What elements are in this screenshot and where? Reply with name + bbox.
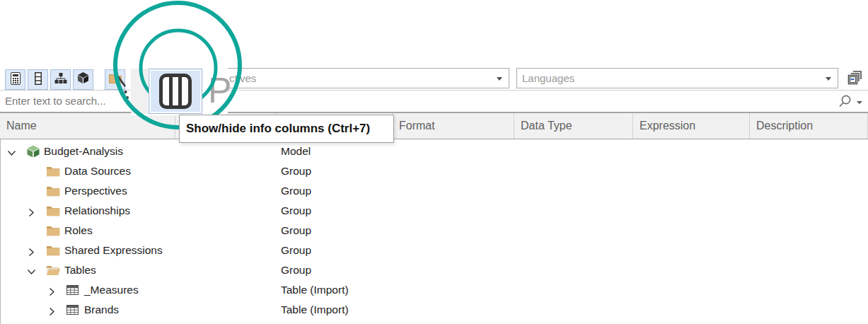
magnified-toolbar-gap — [131, 69, 148, 114]
column-header-label: Name — [6, 120, 37, 132]
caret-down-icon — [497, 77, 502, 81]
object-type-cell: Group — [281, 221, 311, 241]
object-type-cell: Group — [281, 241, 311, 260]
show-hierarchies-button[interactable] — [50, 69, 71, 90]
column-header-description[interactable]: Description — [750, 113, 868, 139]
search-placeholder: Enter text to search... — [5, 91, 106, 111]
column-header-name[interactable]: Name — [0, 113, 175, 139]
magnified-perspectives-letter: P — [208, 73, 231, 108]
chevron-right-icon[interactable] — [27, 207, 35, 215]
object-type-cell: Group — [281, 161, 311, 181]
caret-down-icon[interactable] — [857, 101, 862, 104]
table-icon — [66, 303, 81, 317]
chevron-right-icon[interactable] — [47, 306, 56, 314]
show-all-objects-button[interactable] — [73, 69, 93, 90]
hierarchy-icon — [54, 72, 67, 88]
tree-row-label: Perspectives — [64, 181, 127, 201]
info-columns-tooltip: Show/hide info columns (Ctrl+7) — [179, 115, 394, 143]
languages-dropdown-text: Languages — [522, 69, 574, 88]
table-rows-icon — [32, 72, 45, 88]
column-header-label: Description — [756, 120, 813, 132]
tree-row-partial[interactable] — [1, 320, 868, 324]
column-header-label: Expression — [640, 120, 695, 132]
show-info-columns-button-magnified[interactable] — [149, 69, 202, 114]
tree-row-label: _Measures — [84, 280, 139, 300]
tree-row--measures[interactable]: _MeasuresTable (Import) — [1, 280, 868, 300]
tree-row-brands[interactable]: BrandsTable (Import) — [1, 300, 868, 320]
column-header-format[interactable]: Format — [393, 113, 514, 139]
tree-row-label: Shared Expressions — [64, 241, 163, 260]
calculator-icon — [9, 72, 22, 88]
tree-row-budget-analysis[interactable]: Budget-AnalysisModel — [1, 141, 868, 161]
table-icon — [66, 283, 81, 297]
folder-icon — [46, 204, 61, 218]
column-header-label: Format — [399, 120, 435, 132]
tree-row-data-sources[interactable]: Data SourcesGroup — [1, 161, 868, 181]
object-type-cell: Group — [281, 260, 311, 280]
tree-row-label: Relationships — [64, 201, 130, 221]
magnifier-icon[interactable] — [837, 93, 852, 112]
info-columns-icon — [159, 74, 192, 109]
object-type-cell: Table (Import) — [281, 300, 349, 320]
perspectives-dropdown-text: ctives — [229, 69, 256, 88]
caret-down-icon — [826, 77, 831, 81]
object-type-cell: Table (Import) — [281, 280, 349, 300]
chevron-down-icon[interactable] — [27, 266, 35, 274]
object-type-cell: Model — [281, 141, 311, 161]
folder-icon — [46, 224, 61, 238]
pencil-edit-icon-fragment — [112, 70, 131, 104]
column-header-expression[interactable]: Expression — [633, 113, 750, 139]
folder-icon — [46, 164, 61, 178]
cascade-windows-icon — [846, 68, 864, 89]
chevron-right-icon[interactable] — [27, 246, 35, 255]
folder-icon — [46, 184, 61, 198]
grid-header-row: NameFormatData TypeExpressionDescription — [0, 112, 868, 139]
tree-row-roles[interactable]: RolesGroup — [1, 221, 868, 241]
tree-row-label: Budget-Analysis — [44, 141, 123, 161]
tree-row-perspectives[interactable]: PerspectivesGroup — [1, 181, 868, 201]
tree-row-label: Roles — [64, 221, 93, 241]
tree-row-label: Brands — [84, 300, 119, 320]
model-cube-icon — [26, 144, 41, 158]
languages-dropdown[interactable]: Languages — [516, 68, 838, 88]
column-header-label: Data Type — [521, 120, 572, 132]
folder-open-icon — [46, 263, 61, 277]
cube-icon — [76, 71, 90, 88]
tree-row-tables[interactable]: TablesGroup — [1, 260, 868, 280]
column-header-data-type[interactable]: Data Type — [514, 113, 633, 139]
tree-row-shared-expressions[interactable]: Shared ExpressionsGroup — [1, 241, 868, 260]
show-columns-button[interactable] — [28, 69, 48, 90]
chevron-down-icon[interactable] — [7, 147, 16, 156]
cascade-windows-button[interactable] — [845, 69, 866, 88]
object-type-cell: Group — [281, 201, 311, 221]
tree-row-label: Tables — [64, 260, 96, 280]
show-measures-button[interactable] — [5, 69, 25, 90]
tree-row-label: Data Sources — [64, 161, 131, 181]
tooltip-text: Show/hide info columns (Ctrl+7) — [180, 115, 393, 136]
tree-grid-body: Budget-AnalysisModelData SourcesGroupPer… — [0, 139, 868, 324]
chevron-right-icon[interactable] — [47, 286, 56, 294]
folder-icon — [46, 243, 61, 258]
object-type-cell: Group — [281, 181, 311, 201]
perspectives-dropdown[interactable]: ctives — [209, 68, 509, 88]
tree-row-relationships[interactable]: RelationshipsGroup — [1, 201, 868, 221]
